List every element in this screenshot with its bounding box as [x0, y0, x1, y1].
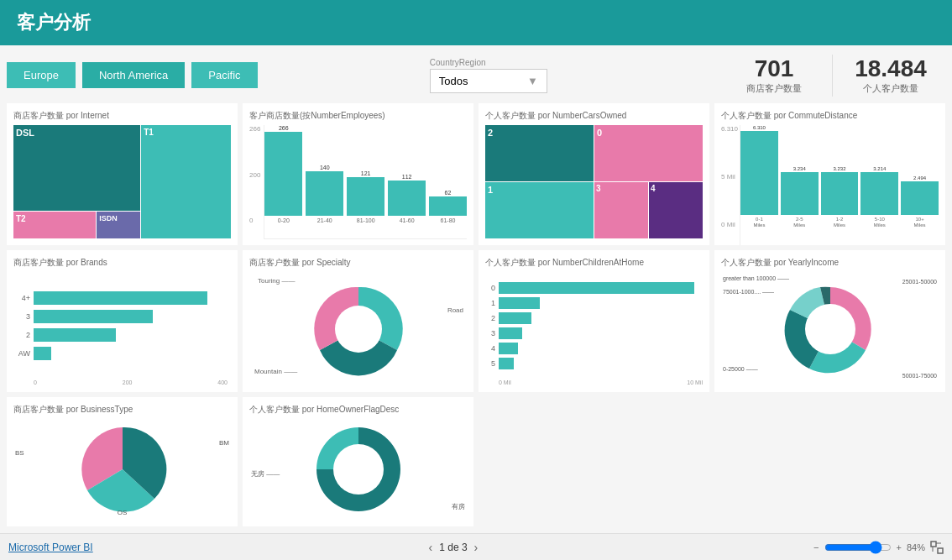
brands-bar-4plus: [34, 291, 207, 305]
homeowner-label-wufang: 无房 ——: [251, 469, 280, 479]
brands-row-3[interactable]: 3: [13, 310, 231, 323]
employees-y-tick-1: 0: [249, 217, 260, 224]
zoom-section: − + 84%: [813, 541, 944, 554]
chart-yearly-income[interactable]: 个人客户数量 por YearlyIncome: [714, 250, 945, 392]
filter-europe[interactable]: Europe: [7, 62, 76, 88]
chart-business-type[interactable]: 商店客户数量 por BusinessType BS BM OS: [7, 397, 238, 526]
chart-homeowner[interactable]: 个人客户数量 por HomeOwnerFlagDesc 无房 —— 有房: [243, 397, 473, 526]
svg-rect-3: [931, 542, 936, 547]
brands-row-4plus[interactable]: 4+: [13, 291, 231, 305]
zoom-slider[interactable]: [824, 541, 892, 554]
chart-homeowner-title: 个人客户数量 por HomeOwnerFlagDesc: [249, 404, 467, 416]
children-row-0[interactable]: 0: [485, 282, 703, 294]
children-bar-2: [499, 312, 531, 324]
bar-61-80[interactable]: 62 61-80: [429, 190, 467, 223]
dropdown-value: Todos: [439, 75, 468, 87]
specialty-label-road: Road: [447, 306, 463, 314]
dropdown-wrapper: CountryRegion Todos ▼: [430, 58, 547, 93]
chart-brands-title: 商店客户数量 por Brands: [13, 257, 231, 269]
kpi-divider: [832, 55, 833, 97]
brands-row-2[interactable]: 2: [13, 328, 231, 342]
bt-label-bs: BS: [15, 449, 24, 457]
commute-y-tick-top: 6.310: [721, 125, 738, 133]
commute-0-1[interactable]: 6.310 0-1Miles: [740, 125, 778, 228]
power-bi-brand[interactable]: Microsoft Power BI: [8, 542, 93, 553]
country-region-dropdown[interactable]: Todos ▼: [430, 69, 547, 93]
chart-specialty[interactable]: 商店客户数量 por Specialty Touring ——: [243, 250, 473, 392]
bar-81-100-rect: [347, 177, 384, 216]
children-bar-1: [499, 297, 540, 309]
treemap-t2[interactable]: T2: [13, 212, 96, 238]
specialty-label-touring: Touring ——: [258, 277, 295, 285]
bar-41-60[interactable]: 112 41-60: [388, 174, 426, 223]
kpi-individual-label: 个人客户数量: [863, 82, 918, 95]
treemap-isdn[interactable]: ISDN: [97, 212, 140, 238]
children-row-1[interactable]: 1: [485, 297, 703, 309]
brands-x-200: 200: [123, 379, 133, 385]
commute-2-5-rect: [781, 172, 819, 215]
chart-brands[interactable]: 商店客户数量 por Brands 4+ 3 2: [7, 250, 238, 392]
brands-x-0: 0: [34, 379, 37, 385]
homeowner-label-youfang: 有房: [452, 502, 465, 511]
children-x-10mil: 10 Mil: [687, 379, 703, 385]
filter-north-america[interactable]: North America: [82, 62, 185, 88]
page-navigation: ‹ 1 de 3 ›: [429, 541, 479, 554]
prev-page-button[interactable]: ‹: [429, 541, 433, 554]
bar-0-20-rect: [264, 132, 302, 216]
business-type-pie-svg: [64, 419, 181, 520]
cars-cell-2[interactable]: 2: [485, 125, 594, 181]
chart-commute[interactable]: 个人客户数量 por CommuteDistance 6.310 5 Mil 0…: [714, 103, 945, 245]
header: 客户分析: [0, 0, 952, 45]
children-row-4[interactable]: 4: [485, 343, 703, 354]
app-container: 客户分析 Europe North America Pacific Countr…: [0, 0, 952, 560]
kpi-store-customers: 701 商店客户数量: [719, 52, 829, 98]
expand-icon[interactable]: [930, 541, 944, 554]
chart-internet[interactable]: 商店客户数量 por Internet DSL T2 ISDN T1: [7, 103, 238, 245]
bar-0-20[interactable]: 266 0-20: [264, 125, 302, 223]
bar-61-80-val: 62: [445, 190, 452, 196]
children-bar-5: [499, 358, 514, 369]
commute-y-tick-mid: 5 Mil: [721, 173, 738, 181]
specialty-donut-svg: [296, 279, 421, 379]
cars-cell-4[interactable]: 4: [649, 182, 703, 238]
commute-5-10[interactable]: 3.214 5-10Miles: [860, 166, 898, 228]
chart-employees[interactable]: 客户商店数量(按NumberEmployees) 266 200 0 266: [243, 103, 473, 245]
children-row-3[interactable]: 3: [485, 327, 703, 339]
cars-cell-0[interactable]: 0: [594, 125, 703, 181]
cars-cell-3[interactable]: 3: [594, 182, 648, 238]
chevron-down-icon: ▼: [527, 75, 538, 87]
charts-grid: 商店客户数量 por Internet DSL T2 ISDN T1: [7, 103, 945, 526]
chart-yearly-income-title: 个人客户数量 por YearlyIncome: [721, 257, 939, 269]
zoom-minus-icon[interactable]: −: [813, 542, 819, 552]
cars-cell-1[interactable]: 1: [485, 182, 594, 238]
treemap-dsl[interactable]: DSL: [13, 125, 140, 211]
chart-children[interactable]: 个人客户数量 por NumberChildrenAtHome 0 1 2: [479, 250, 709, 392]
bar-81-100[interactable]: 121 81-100: [347, 170, 384, 223]
bar-21-40-val: 140: [320, 165, 330, 170]
commute-10plus[interactable]: 2.494 10+Miles: [901, 175, 939, 228]
commute-10-rect: [901, 181, 939, 215]
yi-label-0: 0-25000 ——: [723, 366, 758, 372]
commute-2-5[interactable]: 3.234 2-5Miles: [781, 166, 819, 228]
zoom-plus-icon[interactable]: +: [897, 542, 902, 552]
filter-pacific[interactable]: Pacific: [191, 62, 257, 88]
dashboard: Europe North America Pacific CountryRegi…: [0, 45, 952, 533]
bar-21-40-lbl: 21-40: [317, 217, 332, 223]
bar-81-100-val: 121: [361, 170, 371, 176]
commute-0-1-rect: [740, 131, 778, 215]
treemap-t1[interactable]: T1: [141, 125, 231, 238]
commute-1-2[interactable]: 3.232 1-2Miles: [821, 166, 859, 228]
svg-point-1: [805, 304, 855, 354]
bar-41-60-rect: [388, 181, 426, 216]
brands-bar-aw: [34, 347, 51, 360]
bar-41-60-lbl: 41-60: [400, 217, 415, 223]
bar-21-40[interactable]: 140 21-40: [306, 165, 343, 223]
children-row-5[interactable]: 5: [485, 358, 703, 369]
bt-label-os: OS: [118, 509, 128, 516]
next-page-button[interactable]: ›: [474, 541, 479, 554]
brands-row-aw[interactable]: AW: [13, 347, 231, 360]
children-row-2[interactable]: 2: [485, 312, 703, 324]
yi-label-100k: greater than 100000 ——: [723, 275, 789, 281]
chart-specialty-title: 商店客户数量 por Specialty: [249, 257, 467, 269]
chart-cars-owned[interactable]: 个人客户数量 por NumberCarsOwned 2 0 1 3 4: [479, 103, 709, 245]
